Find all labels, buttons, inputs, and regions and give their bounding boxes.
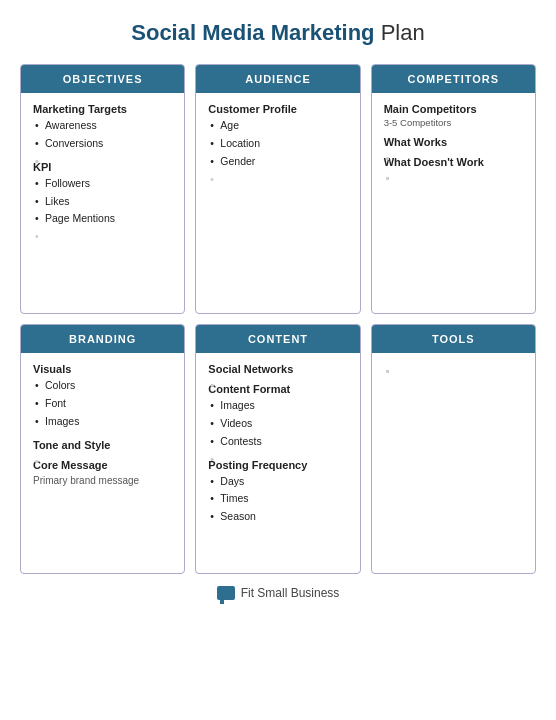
competitors-section-works: What Works: [384, 136, 523, 148]
brand-name: Fit Small Business: [241, 586, 340, 600]
objectives-body: Marketing Targets Awareness Conversions …: [21, 93, 184, 313]
content-section-posting: Posting Frequency: [208, 459, 347, 471]
objectives-header: OBJECTIVES: [21, 65, 184, 93]
list-item: Days: [210, 473, 347, 491]
branding-core-message-note: Primary brand message: [33, 475, 172, 486]
objectives-card: OBJECTIVES Marketing Targets Awareness C…: [20, 64, 185, 314]
list-item: Gender: [210, 153, 347, 171]
competitors-sub-note: 3-5 Competitors: [384, 117, 523, 128]
list-item: Font: [35, 395, 172, 413]
list-item: Images: [210, 397, 347, 415]
list-item: Conversions: [35, 135, 172, 153]
competitors-section-main: Main Competitors: [384, 103, 523, 115]
list-item: Awareness: [35, 117, 172, 135]
objectives-section-kpi: KPI: [33, 161, 172, 173]
content-format-list: Images Videos Contests: [208, 397, 347, 451]
list-item: Contests: [210, 433, 347, 451]
audience-body: Customer Profile Age Location Gender: [196, 93, 359, 313]
list-item: Times: [210, 490, 347, 508]
list-item: Followers: [35, 175, 172, 193]
list-item: Images: [35, 413, 172, 431]
list-item: Location: [210, 135, 347, 153]
list-item: Age: [210, 117, 347, 135]
footer: Fit Small Business: [20, 586, 536, 600]
branding-section-visuals: Visuals: [33, 363, 172, 375]
content-section-networks: Social Networks: [208, 363, 347, 375]
page-title: Social Media Marketing Plan: [20, 20, 536, 46]
top-grid: OBJECTIVES Marketing Targets Awareness C…: [20, 64, 536, 314]
branding-body: Visuals Colors Font Images Tone and Styl…: [21, 353, 184, 573]
audience-card: AUDIENCE Customer Profile Age Location G…: [195, 64, 360, 314]
list-item: Videos: [210, 415, 347, 433]
competitors-body: Main Competitors 3-5 Competitors What Wo…: [372, 93, 535, 313]
audience-profile-list: Age Location Gender: [208, 117, 347, 171]
branding-card: BRANDING Visuals Colors Font Images Tone…: [20, 324, 185, 574]
competitors-card: COMPETITORS Main Competitors 3-5 Competi…: [371, 64, 536, 314]
branding-section-core-message: Core Message: [33, 459, 172, 471]
list-item: Colors: [35, 377, 172, 395]
competitors-section-doesnt-work: What Doesn't Work: [384, 156, 523, 168]
content-card: CONTENT Social Networks Content Format I…: [195, 324, 360, 574]
branding-header: BRANDING: [21, 325, 184, 353]
tools-card: TOOLS: [371, 324, 536, 574]
list-item: Season: [210, 508, 347, 526]
audience-section-profile: Customer Profile: [208, 103, 347, 115]
list-item: Page Mentions: [35, 210, 172, 228]
content-section-format: Content Format: [208, 383, 347, 395]
content-posting-list: Days Times Season: [208, 473, 347, 527]
bottom-grid: BRANDING Visuals Colors Font Images Tone…: [20, 324, 536, 574]
tools-header: TOOLS: [372, 325, 535, 353]
branding-visuals-list: Colors Font Images: [33, 377, 172, 431]
branding-section-tone: Tone and Style: [33, 439, 172, 451]
brand-logo-icon: [217, 586, 235, 600]
content-header: CONTENT: [196, 325, 359, 353]
competitors-header: COMPETITORS: [372, 65, 535, 93]
tools-body: [372, 353, 535, 573]
objectives-section-marketing-targets: Marketing Targets: [33, 103, 172, 115]
list-item: Likes: [35, 193, 172, 211]
audience-header: AUDIENCE: [196, 65, 359, 93]
content-body: Social Networks Content Format Images Vi…: [196, 353, 359, 573]
objectives-kpi-list: Followers Likes Page Mentions: [33, 175, 172, 229]
objectives-marketing-list: Awareness Conversions: [33, 117, 172, 153]
